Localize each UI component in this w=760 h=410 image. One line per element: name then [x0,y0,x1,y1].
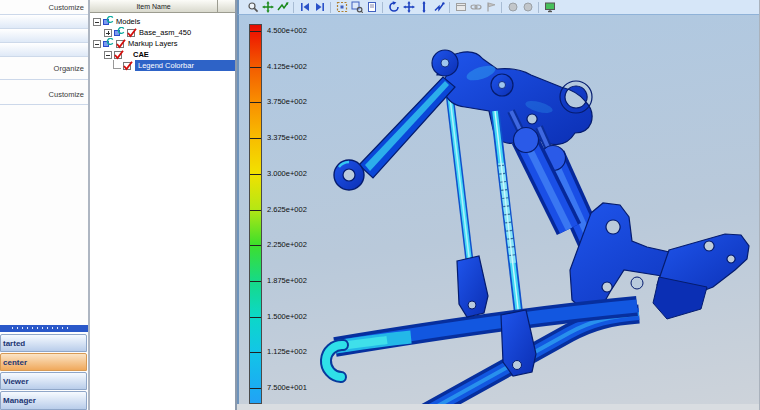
legend-tick [250,352,261,353]
tree-item-label: Legend Colorbar [138,61,194,70]
model-lower-beam-front [326,306,637,377]
legend-tick [250,317,261,318]
divider [0,79,88,80]
selected-row-highlight: Legend Colorbar [135,60,235,71]
nav-empty-row [0,43,88,57]
legend-tick [250,245,261,246]
tree-item-label: CAE [133,50,149,59]
visibility-checkbox[interactable] [123,61,133,71]
toolbar-separator [538,2,539,13]
tree-item-legend-colorbar[interactable]: Legend Colorbar [90,60,235,71]
toolbar-separator [501,2,502,13]
customize-link-bottom[interactable]: Customize [49,90,84,99]
prev-frame-icon[interactable] [298,1,311,14]
tree-item-cae[interactable]: CAE [90,49,235,60]
collapse-toggle-icon[interactable] [93,40,101,48]
legend-tick [250,281,261,282]
legend-tick [250,67,261,68]
step-forward-icon[interactable] [521,1,534,14]
fit-all-icon[interactable] [335,1,348,14]
tree-branch-connector [113,60,121,69]
select-zoom-icon[interactable] [246,1,259,14]
tree-item-base-asm[interactable]: Base_asm_450 [90,27,235,38]
navigation-pane: Customize Organize Customize tarted cent… [0,0,88,410]
nav-empty-row [0,15,88,29]
tree-header-spacer [218,0,235,12]
nav-tab-center[interactable]: center [0,353,87,371]
visibility-checkbox[interactable] [116,39,126,49]
flythrough-cursor-icon[interactable] [432,1,445,14]
next-frame-icon[interactable] [313,1,326,14]
legend-value-label: 1.875e+002 [267,276,307,285]
pan-icon[interactable] [261,1,274,14]
markup-flag-icon[interactable] [484,1,497,14]
screen-capture-icon[interactable] [543,1,556,14]
capture-window-icon[interactable] [454,1,467,14]
legend-tick [250,31,261,32]
visibility-checkbox[interactable] [114,50,124,60]
legend-value-label: 2.250e+002 [267,240,307,249]
step-back-icon[interactable] [506,1,519,14]
zoom-region-icon[interactable] [350,1,363,14]
tree-item-markup-layers[interactable]: Markup Layers [90,38,235,49]
expand-toggle-icon[interactable] [104,29,112,37]
model-lift-link-left [448,81,470,265]
collapse-toggle-icon[interactable] [93,18,101,26]
legend-tick [250,210,261,211]
tree-item-label: Markup Layers [128,39,178,48]
customize-link-top[interactable]: Customize [49,3,84,12]
legend-value-label: 1.500e+002 [267,312,307,321]
tree-item-label: Models [116,17,140,26]
legend-tick [250,102,261,103]
toolbar-separator [330,2,331,13]
legend-tick [250,138,261,139]
legend-value-label: 2.625e+002 [267,205,307,214]
legend-value-label: 4.125e+002 [267,62,307,71]
legend-value-label: 4.500e+002 [267,26,307,35]
component-icon [114,27,125,39]
viewer-toolbar [237,0,760,15]
legend-value-label: 7.500e+001 [267,383,307,392]
legend-tick [250,388,261,389]
nav-empty-row [0,29,88,43]
legend-value-label: 3.375e+002 [267,133,307,142]
link-icon[interactable] [469,1,482,14]
component-icon [103,16,114,28]
legend-color-scale [249,24,262,404]
tree-column-header[interactable]: Item Name [90,0,218,12]
toolbar-separator [449,2,450,13]
legend-value-label: 3.000e+002 [267,169,307,178]
tree-header: Item Name [90,0,235,13]
zoom-page-icon[interactable] [365,1,378,14]
zoom-vertical-icon[interactable] [417,1,430,14]
pane-drag-handle[interactable] [0,325,88,332]
application-window: Customize Organize Customize tarted cent… [0,0,760,410]
window-bottom-edge [237,404,760,410]
component-icon [103,38,114,50]
fly-icon[interactable] [276,1,289,14]
nav-tab-viewer[interactable]: Viewer [0,372,87,390]
legend-value-label: 1.125e+002 [267,347,307,356]
collapse-toggle-icon[interactable] [104,51,112,59]
visibility-checkbox[interactable] [127,28,137,38]
rotate-icon[interactable] [387,1,400,14]
3d-viewport[interactable]: 4.500e+002 4.125e+002 3.750e+002 3.375e+… [237,15,760,404]
divider [0,104,88,105]
tree-item-models[interactable]: Models [90,16,235,27]
pan-view-icon[interactable] [402,1,415,14]
structure-tree-panel: Item Name Models Base_asm_450 [88,0,237,410]
legend-colorbar: 4.500e+002 4.125e+002 3.750e+002 3.375e+… [239,15,359,404]
legend-tick [250,174,261,175]
legend-value-label: 3.750e+002 [267,97,307,106]
toolbar-separator [382,2,383,13]
organize-link[interactable]: Organize [54,64,84,73]
tree-item-label: Base_asm_450 [139,28,191,37]
nav-tab-started[interactable]: tarted [0,334,87,352]
nav-tab-manager[interactable]: Manager [0,391,87,410]
toolbar-separator [293,2,294,13]
